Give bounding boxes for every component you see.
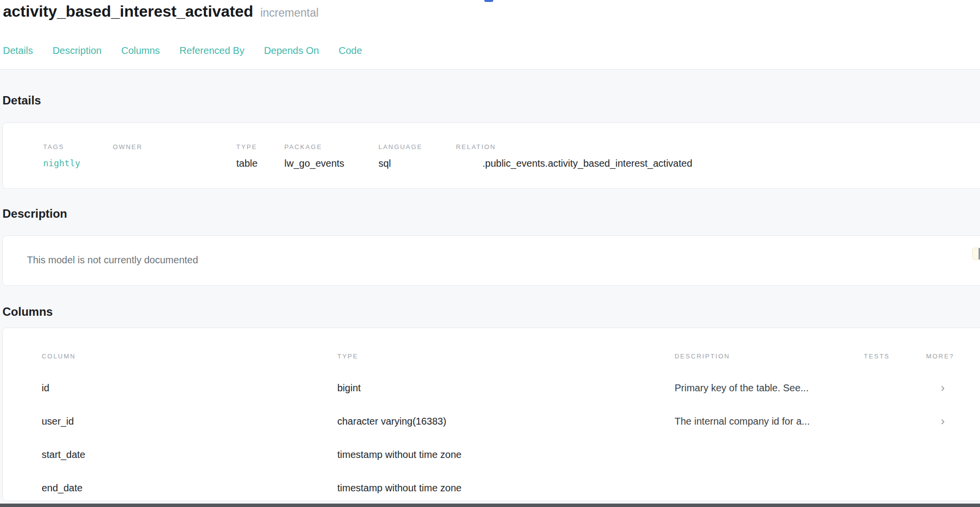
column-row-start-date[interactable]: start_date timestamp without time zone	[42, 438, 980, 471]
field-label: LANGUAGE	[378, 143, 456, 151]
edge-cutoff-button[interactable]	[972, 248, 980, 260]
details-section-heading: Details	[2, 93, 980, 108]
tag-link[interactable]: nightly	[43, 157, 113, 169]
field-label: TYPE	[236, 143, 284, 151]
top-edge-artifact	[484, 0, 493, 2]
title-line: activity_based_interest_activated increm…	[3, 1, 980, 25]
columns-section-heading: Columns	[2, 304, 980, 319]
columns-table-body: id bigint Primary key of the table. See.…	[42, 371, 980, 501]
tab-columns[interactable]: Columns	[121, 44, 160, 57]
cell-column-description: The internal company id for a...	[675, 416, 864, 427]
tab-code[interactable]: Code	[339, 44, 362, 57]
cell-column-description: Primary key of the table. See...	[675, 382, 864, 394]
tab-description[interactable]: Description	[52, 44, 101, 57]
field-value: table	[236, 157, 284, 169]
cell-column-type: bigint	[337, 382, 675, 394]
header-more: MORE?	[926, 353, 980, 360]
columns-card: COLUMN TYPE DESCRIPTION TESTS MORE? id b…	[2, 328, 980, 501]
cell-column-type: character varying(16383)	[337, 416, 675, 427]
column-row-end-date[interactable]: end_date timestamp without time zone	[42, 471, 980, 501]
chevron-right-icon: ›	[926, 415, 980, 427]
column-row-id[interactable]: id bigint Primary key of the table. See.…	[42, 371, 980, 405]
field-label: TAGS	[43, 143, 113, 151]
details-field-tags: TAGS nightly	[43, 143, 113, 188]
details-card: TAGS nightly OWNER TYPE table PACKAGE lw…	[2, 123, 980, 189]
header-description: DESCRIPTION	[675, 353, 864, 360]
tab-depends-on[interactable]: Depends On	[264, 44, 319, 57]
page-title: activity_based_interest_activated	[3, 2, 253, 20]
cell-column-name: start_date	[42, 449, 337, 460]
field-label: OWNER	[113, 143, 236, 151]
cell-column-name: end_date	[42, 482, 337, 494]
header-tests: TESTS	[864, 353, 926, 360]
bottom-window-edge	[0, 504, 980, 507]
cell-column-type: timestamp without time zone	[337, 449, 675, 460]
chevron-right-icon: ›	[926, 382, 980, 394]
section-tabs: Details Description Columns Referenced B…	[3, 44, 980, 57]
materialization-badge: incremental	[260, 6, 319, 19]
columns-table-header: COLUMN TYPE DESCRIPTION TESTS MORE?	[42, 353, 980, 360]
cell-column-type: timestamp without time zone	[337, 482, 675, 494]
header-column: COLUMN	[42, 353, 337, 360]
details-field-relation: RELATION .public_events.activity_based_i…	[456, 143, 980, 188]
tab-details[interactable]: Details	[3, 44, 33, 57]
cell-column-name: user_id	[42, 416, 337, 427]
description-card: This model is not currently documented	[2, 235, 980, 286]
description-text: This model is not currently documented	[27, 254, 980, 266]
description-section-heading: Description	[2, 206, 980, 221]
field-label: RELATION	[456, 143, 980, 151]
column-row-user-id[interactable]: user_id character varying(16383) The int…	[42, 405, 980, 438]
details-field-package: PACKAGE lw_go_events	[284, 143, 378, 188]
header-type: TYPE	[337, 353, 675, 360]
details-field-language: LANGUAGE sql	[378, 143, 456, 188]
field-label: PACKAGE	[284, 143, 378, 151]
field-value: sql	[378, 157, 456, 169]
details-field-owner: OWNER	[113, 143, 236, 188]
tab-referenced-by[interactable]: Referenced By	[179, 44, 244, 57]
relation-value: .public_events.activity_based_interest_a…	[456, 157, 980, 169]
details-field-type: TYPE table	[236, 143, 284, 188]
field-value: lw_go_events	[284, 157, 378, 169]
model-header: activity_based_interest_activated increm…	[0, 0, 980, 70]
cell-column-name: id	[42, 382, 337, 394]
